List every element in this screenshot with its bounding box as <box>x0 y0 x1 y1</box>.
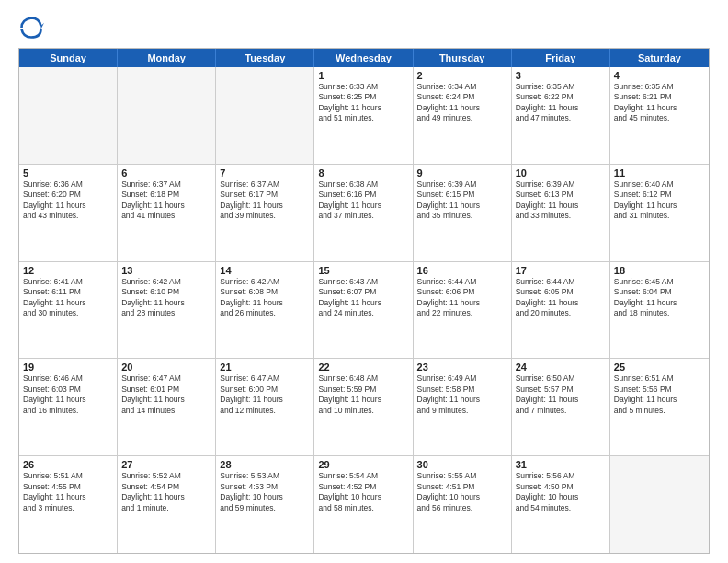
cell-line: Sunrise: 6:47 AM <box>121 373 211 384</box>
day-number: 28 <box>220 459 310 470</box>
cell-line: and 20 minutes. <box>516 308 606 318</box>
cell-line: Sunrise: 6:46 AM <box>23 373 113 384</box>
calendar-cell: 18Sunrise: 6:45 AMSunset: 6:04 PMDayligh… <box>610 262 709 359</box>
cell-line: Sunrise: 6:35 AM <box>516 82 606 92</box>
calendar: SundayMondayTuesdayWednesdayThursdayFrid… <box>18 48 710 554</box>
calendar-row: 12Sunrise: 6:41 AMSunset: 6:11 PMDayligh… <box>19 261 709 359</box>
day-number: 26 <box>23 459 113 470</box>
calendar-cell: 2Sunrise: 6:34 AMSunset: 6:24 PMDaylight… <box>414 67 512 164</box>
cell-line: Daylight: 10 hours <box>516 492 606 502</box>
cell-line: Daylight: 11 hours <box>417 103 507 113</box>
cell-line: Sunset: 5:58 PM <box>417 385 507 395</box>
cell-line: Sunrise: 6:33 AM <box>318 82 408 92</box>
calendar-cell: 28Sunrise: 5:53 AMSunset: 4:53 PMDayligh… <box>216 456 314 553</box>
day-number: 12 <box>23 265 113 276</box>
cell-line: Sunset: 4:53 PM <box>220 482 310 492</box>
cell-line: and 35 minutes. <box>417 211 507 221</box>
cell-line: Daylight: 11 hours <box>23 298 113 308</box>
day-number: 31 <box>516 459 606 470</box>
cell-line: Daylight: 11 hours <box>23 395 113 405</box>
day-number: 30 <box>417 459 507 470</box>
cell-line: and 56 minutes. <box>417 503 507 513</box>
cell-line: Daylight: 11 hours <box>516 201 606 211</box>
calendar-cell: 30Sunrise: 5:55 AMSunset: 4:51 PMDayligh… <box>414 456 512 553</box>
cell-line: Sunset: 6:10 PM <box>121 287 211 297</box>
cell-line: Daylight: 11 hours <box>23 492 113 502</box>
cell-line: Sunrise: 5:55 AM <box>417 471 507 481</box>
cell-line: Sunset: 6:05 PM <box>516 287 606 297</box>
calendar-cell: 25Sunrise: 6:51 AMSunset: 5:56 PMDayligh… <box>610 359 709 455</box>
calendar-header: SundayMondayTuesdayWednesdayThursdayFrid… <box>19 49 709 67</box>
calendar-row: 19Sunrise: 6:46 AMSunset: 6:03 PMDayligh… <box>19 358 709 455</box>
cell-line: Sunset: 6:15 PM <box>417 190 507 200</box>
cell-line: Sunrise: 6:45 AM <box>614 277 705 287</box>
calendar-cell <box>216 67 314 164</box>
weekday-header: Monday <box>118 49 216 67</box>
cell-line: and 7 minutes. <box>516 406 606 416</box>
cell-line: Sunrise: 6:40 AM <box>614 179 705 190</box>
cell-line: Sunrise: 6:35 AM <box>614 82 705 92</box>
cell-line: Sunrise: 6:34 AM <box>417 82 507 92</box>
cell-line: Sunrise: 6:51 AM <box>614 373 705 384</box>
cell-line: Sunset: 6:03 PM <box>23 385 113 395</box>
cell-line: and 12 minutes. <box>220 406 310 416</box>
cell-line: and 28 minutes. <box>121 308 211 318</box>
calendar-row: 26Sunrise: 5:51 AMSunset: 4:55 PMDayligh… <box>19 455 709 553</box>
cell-line: Daylight: 11 hours <box>121 395 211 405</box>
weekday-header: Tuesday <box>216 49 314 67</box>
calendar-body: 1Sunrise: 6:33 AMSunset: 6:25 PMDaylight… <box>19 67 709 553</box>
day-number: 5 <box>23 167 113 178</box>
cell-line: Sunrise: 6:42 AM <box>220 277 310 287</box>
cell-line: Sunset: 5:59 PM <box>318 385 408 395</box>
day-number: 22 <box>318 362 408 373</box>
cell-line: Sunrise: 6:39 AM <box>516 179 606 190</box>
day-number: 7 <box>220 167 310 178</box>
cell-line: Daylight: 10 hours <box>318 492 408 502</box>
calendar-cell: 31Sunrise: 5:56 AMSunset: 4:50 PMDayligh… <box>512 456 610 553</box>
cell-line: Sunset: 6:12 PM <box>614 190 705 200</box>
page: SundayMondayTuesdayWednesdayThursdayFrid… <box>0 0 728 563</box>
cell-line: Daylight: 10 hours <box>220 492 310 502</box>
day-number: 29 <box>318 459 408 470</box>
cell-line: Sunrise: 5:53 AM <box>220 471 310 481</box>
calendar-cell <box>19 67 118 164</box>
calendar-cell: 16Sunrise: 6:44 AMSunset: 6:06 PMDayligh… <box>414 262 512 359</box>
cell-line: Sunset: 6:21 PM <box>614 92 705 102</box>
header <box>18 15 710 40</box>
calendar-cell: 6Sunrise: 6:37 AMSunset: 6:18 PMDaylight… <box>118 165 216 261</box>
calendar-cell: 17Sunrise: 6:44 AMSunset: 6:05 PMDayligh… <box>512 262 610 359</box>
cell-line: Daylight: 11 hours <box>220 395 310 405</box>
cell-line: and 24 minutes. <box>318 308 408 318</box>
calendar-cell: 8Sunrise: 6:38 AMSunset: 6:16 PMDaylight… <box>314 165 413 261</box>
calendar-cell: 3Sunrise: 6:35 AMSunset: 6:22 PMDaylight… <box>512 67 610 164</box>
day-number: 8 <box>318 167 408 178</box>
calendar-cell: 9Sunrise: 6:39 AMSunset: 6:15 PMDaylight… <box>414 165 512 261</box>
cell-line: Sunset: 5:57 PM <box>516 385 606 395</box>
day-number: 23 <box>417 362 507 373</box>
calendar-cell: 23Sunrise: 6:49 AMSunset: 5:58 PMDayligh… <box>414 359 512 455</box>
logo-icon <box>18 15 44 40</box>
calendar-cell: 14Sunrise: 6:42 AMSunset: 6:08 PMDayligh… <box>216 262 314 359</box>
cell-line: Daylight: 10 hours <box>417 492 507 502</box>
cell-line: and 16 minutes. <box>23 406 113 416</box>
day-number: 14 <box>220 265 310 276</box>
logo <box>18 15 46 40</box>
calendar-cell <box>610 456 709 553</box>
cell-line: Sunrise: 6:44 AM <box>516 277 606 287</box>
day-number: 20 <box>121 362 211 373</box>
cell-line: Sunrise: 6:43 AM <box>318 277 408 287</box>
cell-line: Sunrise: 5:52 AM <box>121 471 211 481</box>
cell-line: Sunset: 6:06 PM <box>417 287 507 297</box>
cell-line: Sunset: 4:52 PM <box>318 482 408 492</box>
calendar-cell: 4Sunrise: 6:35 AMSunset: 6:21 PMDaylight… <box>610 67 709 164</box>
day-number: 25 <box>614 362 705 373</box>
cell-line: and 37 minutes. <box>318 211 408 221</box>
day-number: 2 <box>417 70 507 81</box>
cell-line: Daylight: 11 hours <box>121 492 211 502</box>
weekday-header: Thursday <box>414 49 512 67</box>
weekday-header: Wednesday <box>314 49 413 67</box>
cell-line: Daylight: 11 hours <box>318 201 408 211</box>
calendar-cell: 11Sunrise: 6:40 AMSunset: 6:12 PMDayligh… <box>610 165 709 261</box>
cell-line: and 22 minutes. <box>417 308 507 318</box>
cell-line: Sunset: 6:25 PM <box>318 92 408 102</box>
